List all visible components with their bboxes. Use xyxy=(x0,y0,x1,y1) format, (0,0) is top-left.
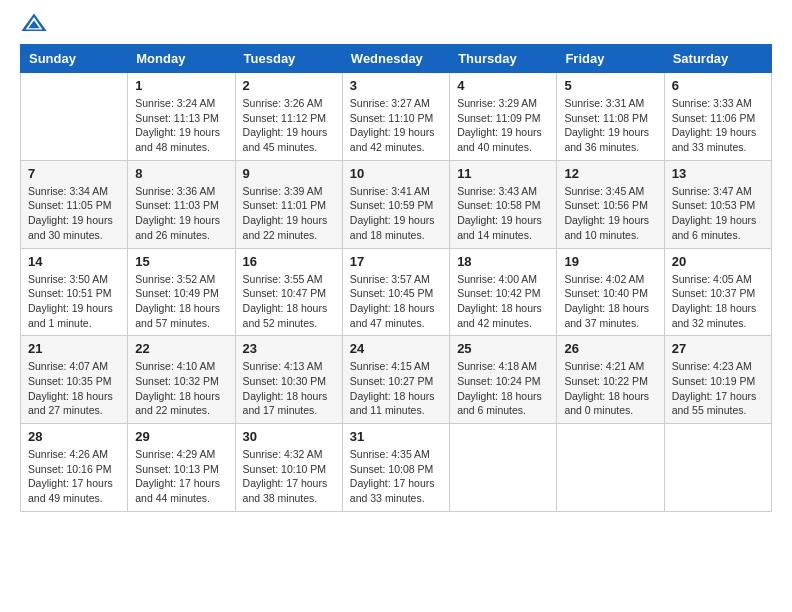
day-number: 13 xyxy=(672,166,764,181)
day-info: Sunrise: 3:39 AM Sunset: 11:01 PM Daylig… xyxy=(243,184,335,243)
calendar-cell: 4Sunrise: 3:29 AM Sunset: 11:09 PM Dayli… xyxy=(450,73,557,161)
calendar-week-row: 14Sunrise: 3:50 AM Sunset: 10:51 PM Dayl… xyxy=(21,248,772,336)
day-info: Sunrise: 3:50 AM Sunset: 10:51 PM Daylig… xyxy=(28,272,120,331)
calendar-cell: 19Sunrise: 4:02 AM Sunset: 10:40 PM Dayl… xyxy=(557,248,664,336)
calendar-cell: 2Sunrise: 3:26 AM Sunset: 11:12 PM Dayli… xyxy=(235,73,342,161)
day-number: 3 xyxy=(350,78,442,93)
day-number: 29 xyxy=(135,429,227,444)
day-number: 5 xyxy=(564,78,656,93)
calendar-cell: 29Sunrise: 4:29 AM Sunset: 10:13 PM Dayl… xyxy=(128,424,235,512)
calendar-cell: 20Sunrise: 4:05 AM Sunset: 10:37 PM Dayl… xyxy=(664,248,771,336)
day-number: 31 xyxy=(350,429,442,444)
calendar-cell xyxy=(664,424,771,512)
day-info: Sunrise: 3:31 AM Sunset: 11:08 PM Daylig… xyxy=(564,96,656,155)
day-number: 30 xyxy=(243,429,335,444)
day-info: Sunrise: 4:32 AM Sunset: 10:10 PM Daylig… xyxy=(243,447,335,506)
day-info: Sunrise: 4:10 AM Sunset: 10:32 PM Daylig… xyxy=(135,359,227,418)
calendar-cell: 3Sunrise: 3:27 AM Sunset: 11:10 PM Dayli… xyxy=(342,73,449,161)
calendar-cell: 27Sunrise: 4:23 AM Sunset: 10:19 PM Dayl… xyxy=(664,336,771,424)
calendar-cell: 12Sunrise: 3:45 AM Sunset: 10:56 PM Dayl… xyxy=(557,160,664,248)
day-number: 25 xyxy=(457,341,549,356)
calendar-cell: 14Sunrise: 3:50 AM Sunset: 10:51 PM Dayl… xyxy=(21,248,128,336)
calendar-cell xyxy=(557,424,664,512)
day-info: Sunrise: 3:24 AM Sunset: 11:13 PM Daylig… xyxy=(135,96,227,155)
day-info: Sunrise: 3:33 AM Sunset: 11:06 PM Daylig… xyxy=(672,96,764,155)
day-number: 27 xyxy=(672,341,764,356)
weekday-header: Sunday xyxy=(21,45,128,73)
day-number: 8 xyxy=(135,166,227,181)
day-info: Sunrise: 4:21 AM Sunset: 10:22 PM Daylig… xyxy=(564,359,656,418)
calendar-cell: 22Sunrise: 4:10 AM Sunset: 10:32 PM Dayl… xyxy=(128,336,235,424)
day-number: 16 xyxy=(243,254,335,269)
day-info: Sunrise: 4:07 AM Sunset: 10:35 PM Daylig… xyxy=(28,359,120,418)
day-info: Sunrise: 4:13 AM Sunset: 10:30 PM Daylig… xyxy=(243,359,335,418)
weekday-header: Saturday xyxy=(664,45,771,73)
calendar-cell: 31Sunrise: 4:35 AM Sunset: 10:08 PM Dayl… xyxy=(342,424,449,512)
day-number: 18 xyxy=(457,254,549,269)
day-info: Sunrise: 4:05 AM Sunset: 10:37 PM Daylig… xyxy=(672,272,764,331)
calendar-cell: 26Sunrise: 4:21 AM Sunset: 10:22 PM Dayl… xyxy=(557,336,664,424)
day-info: Sunrise: 3:29 AM Sunset: 11:09 PM Daylig… xyxy=(457,96,549,155)
day-info: Sunrise: 3:26 AM Sunset: 11:12 PM Daylig… xyxy=(243,96,335,155)
calendar-cell: 13Sunrise: 3:47 AM Sunset: 10:53 PM Dayl… xyxy=(664,160,771,248)
day-info: Sunrise: 4:15 AM Sunset: 10:27 PM Daylig… xyxy=(350,359,442,418)
day-number: 12 xyxy=(564,166,656,181)
weekday-header: Monday xyxy=(128,45,235,73)
weekday-header: Wednesday xyxy=(342,45,449,73)
day-number: 6 xyxy=(672,78,764,93)
day-info: Sunrise: 4:23 AM Sunset: 10:19 PM Daylig… xyxy=(672,359,764,418)
calendar-cell: 18Sunrise: 4:00 AM Sunset: 10:42 PM Dayl… xyxy=(450,248,557,336)
day-number: 4 xyxy=(457,78,549,93)
calendar-cell: 9Sunrise: 3:39 AM Sunset: 11:01 PM Dayli… xyxy=(235,160,342,248)
page-header xyxy=(20,10,772,38)
calendar-cell: 17Sunrise: 3:57 AM Sunset: 10:45 PM Dayl… xyxy=(342,248,449,336)
calendar-table: SundayMondayTuesdayWednesdayThursdayFrid… xyxy=(20,44,772,512)
day-info: Sunrise: 4:26 AM Sunset: 10:16 PM Daylig… xyxy=(28,447,120,506)
day-info: Sunrise: 4:00 AM Sunset: 10:42 PM Daylig… xyxy=(457,272,549,331)
day-info: Sunrise: 3:52 AM Sunset: 10:49 PM Daylig… xyxy=(135,272,227,331)
weekday-header: Tuesday xyxy=(235,45,342,73)
calendar-cell: 10Sunrise: 3:41 AM Sunset: 10:59 PM Dayl… xyxy=(342,160,449,248)
day-info: Sunrise: 3:47 AM Sunset: 10:53 PM Daylig… xyxy=(672,184,764,243)
calendar-cell: 11Sunrise: 3:43 AM Sunset: 10:58 PM Dayl… xyxy=(450,160,557,248)
calendar-cell: 23Sunrise: 4:13 AM Sunset: 10:30 PM Dayl… xyxy=(235,336,342,424)
day-number: 23 xyxy=(243,341,335,356)
day-number: 26 xyxy=(564,341,656,356)
calendar-week-row: 21Sunrise: 4:07 AM Sunset: 10:35 PM Dayl… xyxy=(21,336,772,424)
calendar-cell: 21Sunrise: 4:07 AM Sunset: 10:35 PM Dayl… xyxy=(21,336,128,424)
day-info: Sunrise: 3:34 AM Sunset: 11:05 PM Daylig… xyxy=(28,184,120,243)
day-info: Sunrise: 3:43 AM Sunset: 10:58 PM Daylig… xyxy=(457,184,549,243)
calendar-cell: 25Sunrise: 4:18 AM Sunset: 10:24 PM Dayl… xyxy=(450,336,557,424)
day-info: Sunrise: 3:27 AM Sunset: 11:10 PM Daylig… xyxy=(350,96,442,155)
weekday-header: Thursday xyxy=(450,45,557,73)
calendar-cell: 7Sunrise: 3:34 AM Sunset: 11:05 PM Dayli… xyxy=(21,160,128,248)
calendar-cell: 30Sunrise: 4:32 AM Sunset: 10:10 PM Dayl… xyxy=(235,424,342,512)
day-info: Sunrise: 3:57 AM Sunset: 10:45 PM Daylig… xyxy=(350,272,442,331)
weekday-header: Friday xyxy=(557,45,664,73)
calendar-cell: 16Sunrise: 3:55 AM Sunset: 10:47 PM Dayl… xyxy=(235,248,342,336)
day-number: 14 xyxy=(28,254,120,269)
day-number: 24 xyxy=(350,341,442,356)
day-number: 22 xyxy=(135,341,227,356)
day-number: 19 xyxy=(564,254,656,269)
day-number: 21 xyxy=(28,341,120,356)
calendar-week-row: 1Sunrise: 3:24 AM Sunset: 11:13 PM Dayli… xyxy=(21,73,772,161)
day-info: Sunrise: 4:35 AM Sunset: 10:08 PM Daylig… xyxy=(350,447,442,506)
day-info: Sunrise: 3:45 AM Sunset: 10:56 PM Daylig… xyxy=(564,184,656,243)
day-number: 28 xyxy=(28,429,120,444)
calendar-cell xyxy=(21,73,128,161)
day-number: 10 xyxy=(350,166,442,181)
calendar-cell: 28Sunrise: 4:26 AM Sunset: 10:16 PM Dayl… xyxy=(21,424,128,512)
calendar-cell: 24Sunrise: 4:15 AM Sunset: 10:27 PM Dayl… xyxy=(342,336,449,424)
day-info: Sunrise: 4:02 AM Sunset: 10:40 PM Daylig… xyxy=(564,272,656,331)
day-number: 2 xyxy=(243,78,335,93)
weekday-header-row: SundayMondayTuesdayWednesdayThursdayFrid… xyxy=(21,45,772,73)
day-number: 15 xyxy=(135,254,227,269)
calendar-cell: 8Sunrise: 3:36 AM Sunset: 11:03 PM Dayli… xyxy=(128,160,235,248)
logo xyxy=(20,10,52,38)
calendar-cell: 6Sunrise: 3:33 AM Sunset: 11:06 PM Dayli… xyxy=(664,73,771,161)
day-info: Sunrise: 4:29 AM Sunset: 10:13 PM Daylig… xyxy=(135,447,227,506)
day-info: Sunrise: 4:18 AM Sunset: 10:24 PM Daylig… xyxy=(457,359,549,418)
day-number: 1 xyxy=(135,78,227,93)
day-info: Sunrise: 3:36 AM Sunset: 11:03 PM Daylig… xyxy=(135,184,227,243)
